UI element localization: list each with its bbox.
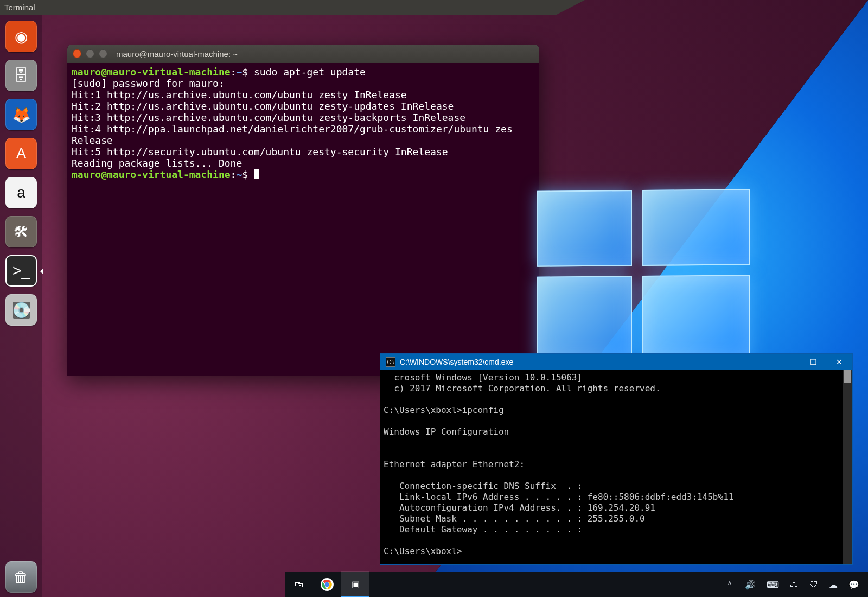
cmd-window[interactable]: C:\ C:\WINDOWS\system32\cmd.exe — ☐ ✕ cr… <box>380 353 853 565</box>
gnome-terminal-window[interactable]: mauro@mauro-virtual-machine: ~ mauro@mau… <box>67 45 539 376</box>
taskbar-chrome-icon[interactable] <box>313 572 341 597</box>
launcher-settings-icon[interactable]: 🛠 <box>5 216 37 247</box>
terminal-title-text: mauro@mauro-virtual-machine: ~ <box>116 49 238 59</box>
minimize-button[interactable]: — <box>774 354 800 370</box>
cmd-icon: C:\ <box>386 357 395 367</box>
minimize-icon[interactable] <box>86 49 94 58</box>
launcher-software-icon[interactable]: A <box>5 138 37 169</box>
windows-logo <box>537 189 750 360</box>
close-button[interactable]: ✕ <box>826 354 852 370</box>
unity-launcher: ◉🗄🦊Aa🛠>_💽🗑 <box>0 15 42 597</box>
maximize-icon[interactable] <box>99 49 107 58</box>
close-icon[interactable] <box>73 49 81 58</box>
ubuntu-menu-bar: Terminal <box>0 0 585 15</box>
launcher-amazon-icon[interactable]: a <box>5 177 37 208</box>
scrollbar-thumb[interactable] <box>844 370 851 383</box>
maximize-button[interactable]: ☐ <box>800 354 826 370</box>
terminal-titlebar[interactable]: mauro@mauro-virtual-machine: ~ <box>67 45 539 63</box>
launcher-ubuntu-dash-icon[interactable]: ◉ <box>5 21 37 52</box>
cmd-titlebar[interactable]: C:\ C:\WINDOWS\system32\cmd.exe — ☐ ✕ <box>380 354 852 370</box>
scrollbar[interactable] <box>843 370 852 564</box>
windows-taskbar: 🛍▣ ＾🔊⌨🖧🛡☁💬 <box>285 572 868 597</box>
launcher-firefox-icon[interactable]: 🦊 <box>5 99 37 130</box>
tray-defender-icon[interactable]: 🛡 <box>809 580 818 589</box>
launcher-devices-icon[interactable]: 💽 <box>5 294 37 326</box>
taskbar-store-icon[interactable]: 🛍 <box>285 572 313 597</box>
terminal-output[interactable]: mauro@mauro-virtual-machine:~$ sudo apt-… <box>67 63 539 376</box>
tray-action-center-icon[interactable]: 💬 <box>848 580 859 590</box>
cmd-output[interactable]: crosoft Windows [Version 10.0.15063] c) … <box>380 370 852 564</box>
launcher-trash-icon[interactable]: 🗑 <box>5 561 37 593</box>
active-app-name: Terminal <box>4 3 35 12</box>
tray-onedrive-icon[interactable]: ☁ <box>829 580 838 590</box>
tray-network-icon[interactable]: 🖧 <box>790 580 799 589</box>
composite-desktop-screenshot: Terminal ◉🗄🦊Aa🛠>_💽🗑 mauro@mauro-virtual-… <box>0 0 868 597</box>
launcher-files-icon[interactable]: 🗄 <box>5 60 37 91</box>
launcher-terminal-icon[interactable]: >_ <box>5 255 37 287</box>
tray-tray-chevron-icon[interactable]: ＾ <box>725 579 734 590</box>
cmd-title-text: C:\WINDOWS\system32\cmd.exe <box>400 358 513 366</box>
tray-keyboard-icon[interactable]: ⌨ <box>767 580 779 590</box>
tray-volume-icon[interactable]: 🔊 <box>745 580 756 590</box>
taskbar-cmd-icon[interactable]: ▣ <box>341 571 369 597</box>
